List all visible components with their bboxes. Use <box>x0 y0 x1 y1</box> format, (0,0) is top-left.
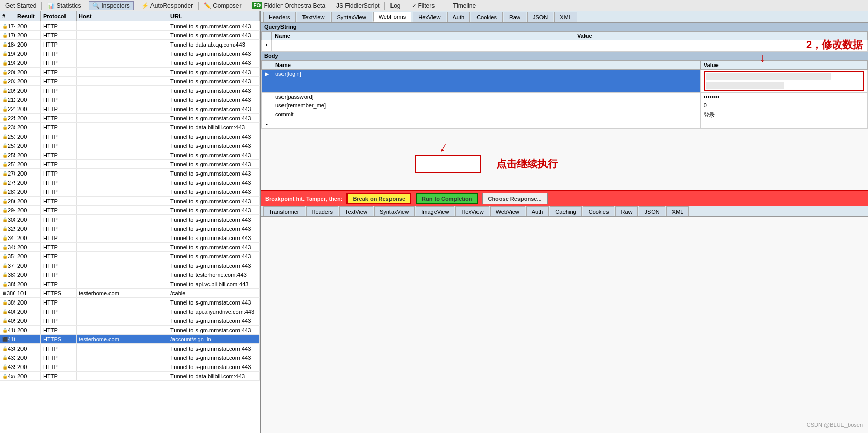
session-result-cell: 200 <box>15 233 41 242</box>
response-tab-webview[interactable]: WebView <box>490 206 525 216</box>
toolbar-composer[interactable]: ✏️ Composer <box>201 2 244 10</box>
request-tab-hexview[interactable]: HexView <box>413 12 446 22</box>
response-tab-json[interactable]: JSON <box>639 206 665 216</box>
response-tab-raw[interactable]: Raw <box>615 206 638 216</box>
session-row[interactable]: 🔒 410200HTTPTunnel to s-gm.mmstat.com:44… <box>0 326 260 335</box>
response-tab-cookies[interactable]: Cookies <box>583 206 615 216</box>
session-row[interactable]: 🔒 205200HTTPTunnel to s-gm.mmstat.com:44… <box>0 86 260 95</box>
toolbar-statistics[interactable]: 📊 Statistics <box>44 2 84 10</box>
value-input-box[interactable] <box>704 71 864 91</box>
session-row[interactable]: 🔒 253200HTTPTunnel to s-gm.mmstat.com:44… <box>0 141 260 150</box>
session-row[interactable]: 🔒 239200HTTPTunnel to data.bilibili.com:… <box>0 123 260 132</box>
body-row-value[interactable]: 0 <box>700 101 867 110</box>
session-row[interactable]: 🔒 176200HTTPTunnel to s-gm.mmstat.com:44… <box>0 31 260 40</box>
session-row[interactable]: ⬛ 418-HTTPStesterhome.com/account/sign_i… <box>0 335 260 344</box>
session-row[interactable]: 🔒 389200HTTPTunnel to s-gm.mmstat.com:44… <box>0 298 260 307</box>
toolbar-autoresponder[interactable]: ⚡ AutoResponder <box>138 2 196 10</box>
request-tab-xml[interactable]: XML <box>554 12 577 22</box>
session-row[interactable]: 🔒 351200HTTPTunnel to s-gm.mmstat.com:44… <box>0 252 260 261</box>
request-tab-auth[interactable]: Auth <box>447 12 470 22</box>
qs-name-cell[interactable] <box>272 40 574 52</box>
toolbar-inspectors[interactable]: 🔍 Inspectors <box>89 1 133 10</box>
session-row[interactable]: 🔒 294200HTTPTunnel to s-gm.mmstat.com:44… <box>0 206 260 215</box>
session-list[interactable]: 🔒 174200HTTPTunnel to s-gm.mmstat.com:44… <box>0 21 260 433</box>
session-row[interactable]: 🔒 349200HTTPTunnel to s-gm.mmstat.com:44… <box>0 243 260 252</box>
body-row-name[interactable]: user[remember_me] <box>272 101 701 110</box>
body-row[interactable]: • <box>262 120 868 129</box>
session-row[interactable]: 🔒 200200HTTPTunnel to s-gm.mmstat.com:44… <box>0 68 260 77</box>
response-tab-transformer[interactable]: Transformer <box>263 206 305 216</box>
request-tab-headers[interactable]: Headers <box>263 12 296 22</box>
session-row[interactable]: 🔒 221200HTTPTunnel to s-gm.mmstat.com:44… <box>0 104 260 114</box>
qs-empty-row[interactable]: • <box>262 40 868 52</box>
session-row[interactable]: 🔒 430200HTTPTunnel to s-gm.mmstat.com:44… <box>0 344 260 353</box>
body-row-name[interactable]: commit <box>272 110 701 120</box>
session-row[interactable]: 🔒 184200HTTPTunnel to data.ab.qq.com:443 <box>0 40 260 49</box>
response-tab-imageview[interactable]: ImageView <box>416 206 454 216</box>
response-tab-xml[interactable]: XML <box>666 206 689 216</box>
session-row[interactable]: 🔒 405200HTTPTunnel to s-gm.mmstat.com:44… <box>0 316 260 326</box>
session-row[interactable]: 🔒 257200HTTPTunnel to s-gm.mmstat.com:44… <box>0 160 260 169</box>
request-tab-cookies[interactable]: Cookies <box>471 12 503 22</box>
session-row[interactable]: 🔒 198200HTTPTunnel to s-gm.mmstat.com:44… <box>0 58 260 68</box>
session-row[interactable]: 🔒 283200HTTPTunnel to s-gm.mmstat.com:44… <box>0 187 260 197</box>
session-row[interactable]: 🔒 212200HTTPTunnel to s-gm.mmstat.com:44… <box>0 95 260 104</box>
lock-icon: 🔒 <box>2 199 8 204</box>
body-row[interactable]: user[remember_me]0 <box>262 101 868 110</box>
break-on-response-button[interactable]: Break on Response <box>346 193 411 204</box>
request-tab-raw[interactable]: Raw <box>504 12 526 22</box>
session-row[interactable]: 🔒 435200HTTPTunnel to s-gm.mmstat.com:44… <box>0 362 260 372</box>
request-tab-syntaxview[interactable]: SyntaxView <box>331 12 372 22</box>
toolbar-fiddlerscript[interactable]: JS FiddlerScript <box>333 2 382 10</box>
choose-response-button[interactable]: Choose Response... <box>482 193 547 204</box>
toolbar-timeline[interactable]: — Timeline <box>442 2 479 10</box>
session-url-cell: Tunnel to s-gm.mmstat.com:443 <box>168 187 260 196</box>
toolbar-get-started[interactable]: Get Started <box>2 2 39 10</box>
session-row[interactable]: 🔒 202200HTTPTunnel to s-gm.mmstat.com:44… <box>0 77 260 86</box>
response-tab-headers[interactable]: Headers <box>306 206 339 216</box>
body-row[interactable]: ▶user[login] <box>262 70 868 93</box>
body-row[interactable]: user[password]•••••••• <box>262 93 868 101</box>
body-row-value[interactable]: 登录 <box>700 110 867 120</box>
body-row-name[interactable]: user[password] <box>272 93 701 101</box>
response-tab-textview[interactable]: TextView <box>339 206 373 216</box>
body-row-name[interactable]: user[login] <box>272 70 701 93</box>
session-row[interactable]: 🔒 255200HTTPTunnel to s-gm.mmstat.com:44… <box>0 150 260 160</box>
request-tab-textview[interactable]: TextView <box>297 12 331 22</box>
qs-value-cell[interactable] <box>574 40 867 52</box>
run-to-completion-button[interactable]: Run to Completion <box>416 193 478 204</box>
session-row[interactable]: 🔒 4xx200HTTPTunnel to data.bilibili.com:… <box>0 372 260 381</box>
body-row-name[interactable] <box>272 120 701 129</box>
session-row[interactable]: 🖥 386101HTTPStesterhome.com/cable <box>0 289 260 298</box>
body-row-value[interactable]: •••••••• <box>700 93 867 101</box>
toolbar-filters[interactable]: ✓ Filters <box>408 2 438 10</box>
session-row[interactable]: 🔒 174200HTTPTunnel to s-gm.mmstat.com:44… <box>0 21 260 31</box>
session-row[interactable]: 🔒 383200HTTPTunnel to testerhome.com:443 <box>0 270 260 279</box>
session-row[interactable]: 🔒 270200HTTPTunnel to s-gm.mmstat.com:44… <box>0 169 260 178</box>
response-tab-caching[interactable]: Caching <box>550 206 581 216</box>
session-row[interactable]: 🔒 225200HTTPTunnel to s-gm.mmstat.com:44… <box>0 114 260 123</box>
response-tab-syntaxview[interactable]: SyntaxView <box>374 206 415 216</box>
session-row[interactable]: 🔒 377200HTTPTunnel to s-gm.mmstat.com:44… <box>0 261 260 270</box>
session-row[interactable]: 🔒 400200HTTPTunnel to api.aliyundrive.co… <box>0 307 260 316</box>
response-tab-auth[interactable]: Auth <box>526 206 549 216</box>
toolbar-log[interactable]: Log <box>387 2 403 10</box>
body-row-value[interactable] <box>700 120 867 129</box>
session-row[interactable]: 🔒 347200HTTPTunnel to s-gm.mmstat.com:44… <box>0 233 260 243</box>
continue-button-box[interactable] <box>415 155 481 173</box>
session-row[interactable]: 🔒 286200HTTPTunnel to s-gm.mmstat.com:44… <box>0 197 260 206</box>
request-tab-json[interactable]: JSON <box>527 12 553 22</box>
session-row[interactable]: 🔒 251200HTTPTunnel to s-gm.mmstat.com:44… <box>0 132 260 141</box>
session-row[interactable]: 🔒 279200HTTPTunnel to s-gm.mmstat.com:44… <box>0 178 260 187</box>
toolbar-fiddler-orchestra[interactable]: FO Fiddler Orchestra Beta <box>249 2 329 10</box>
request-tab-webforms[interactable]: WebForms <box>373 12 412 22</box>
session-row[interactable]: 🔒 196200HTTPTunnel to s-gm.mmstat.com:44… <box>0 49 260 58</box>
session-id-cell: 🔒 385 <box>0 279 15 288</box>
session-row[interactable]: 🔒 385200HTTPTunnel to api.vc.bilibili.co… <box>0 279 260 289</box>
session-row[interactable]: 🔒 432200HTTPTunnel to s-gm.mmstat.com:44… <box>0 353 260 362</box>
response-tab-hexview[interactable]: HexView <box>455 206 489 216</box>
session-row[interactable]: 🔒 308200HTTPTunnel to s-gm.mmstat.com:44… <box>0 215 260 224</box>
body-row[interactable]: commit登录 <box>262 110 868 120</box>
body-row-value[interactable] <box>700 70 867 93</box>
session-row[interactable]: 🔒 329200HTTPTunnel to s-gm.mmstat.com:44… <box>0 224 260 233</box>
